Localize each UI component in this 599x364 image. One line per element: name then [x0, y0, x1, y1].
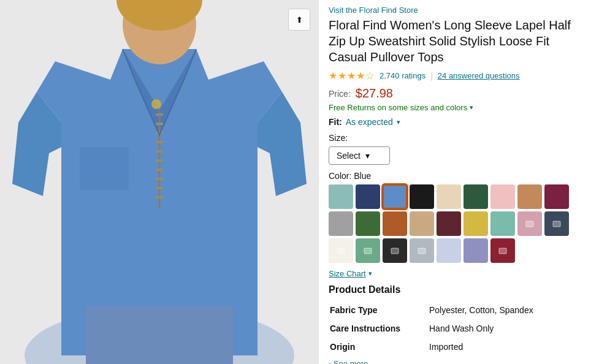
- svg-rect-23: [418, 248, 425, 254]
- svg-rect-13: [80, 147, 129, 190]
- details-table: Fabric Type Polyester, Cotton, Spandex C…: [329, 300, 589, 357]
- share-button[interactable]: ⬆: [288, 9, 310, 31]
- fit-chevron-icon: ▾: [397, 118, 400, 126]
- color-swatch[interactable]: [464, 238, 488, 263]
- see-more-link[interactable]: › See more: [329, 359, 589, 364]
- size-section: Size: Select ▾: [329, 133, 589, 165]
- color-swatches-container: [329, 184, 574, 263]
- size-select-button[interactable]: Select ▾: [329, 146, 390, 165]
- care-label: Care Instructions: [330, 320, 428, 337]
- color-label: Color: Blue: [329, 171, 589, 181]
- svg-rect-21: [364, 248, 372, 254]
- svg-rect-22: [391, 248, 399, 254]
- returns-row: Free Returns on some sizes and colors ▾: [329, 103, 589, 112]
- svg-rect-10: [156, 178, 163, 180]
- share-icon: ⬆: [296, 15, 303, 25]
- svg-rect-9: [156, 169, 163, 171]
- color-swatch[interactable]: [490, 211, 515, 236]
- svg-rect-4: [156, 123, 163, 125]
- color-swatch[interactable]: [490, 184, 515, 209]
- color-swatch[interactable]: [356, 184, 380, 209]
- table-row: Fabric Type Polyester, Cotton, Spandex: [330, 301, 588, 319]
- answered-questions-link[interactable]: 24 answered questions: [438, 71, 520, 80]
- color-swatch[interactable]: [410, 238, 434, 263]
- table-row: Origin Imported: [330, 338, 588, 355]
- svg-rect-12: [156, 196, 163, 199]
- color-swatch[interactable]: [329, 238, 353, 263]
- color-swatch[interactable]: [383, 211, 407, 236]
- size-chart-link[interactable]: Size Chart: [329, 269, 366, 278]
- care-value: Hand Wash Only: [429, 320, 588, 337]
- product-title: Floral Find Women's Long Sleeve Lapel Ha…: [329, 17, 589, 65]
- svg-rect-17: [86, 306, 233, 364]
- svg-rect-6: [156, 141, 163, 143]
- svg-rect-24: [499, 248, 506, 254]
- size-select-chevron-icon: ▾: [365, 151, 370, 161]
- size-select-label: Select: [337, 151, 361, 161]
- svg-point-16: [151, 99, 161, 109]
- svg-rect-8: [156, 159, 163, 162]
- color-swatch[interactable]: [517, 184, 542, 209]
- size-label: Size:: [329, 133, 589, 143]
- ratings-row: ★★★★☆ 2,740 ratings | 24 answered questi…: [329, 70, 589, 82]
- color-swatch[interactable]: [464, 184, 488, 209]
- size-chart-row: Size Chart ▾: [329, 269, 589, 278]
- fit-label: Fit:: [329, 117, 342, 127]
- color-section: Color: Blue: [329, 171, 589, 263]
- color-swatch[interactable]: [437, 238, 461, 263]
- svg-rect-11: [156, 187, 163, 189]
- product-image: [0, 0, 319, 364]
- origin-value: Imported: [429, 338, 588, 355]
- svg-rect-20: [337, 248, 345, 254]
- origin-label: Origin: [330, 338, 428, 355]
- color-swatch[interactable]: [437, 211, 461, 236]
- color-selected-name: Blue: [354, 171, 371, 181]
- ratings-link[interactable]: 2,740 ratings: [380, 71, 425, 80]
- svg-rect-3: [156, 113, 163, 116]
- fit-row: Fit: As expected ▾: [329, 117, 589, 127]
- divider: |: [430, 71, 433, 81]
- color-swatch[interactable]: [437, 184, 461, 209]
- fabric-type-value: Polyester, Cotton, Spandex: [429, 301, 588, 319]
- color-swatch[interactable]: [544, 211, 569, 236]
- color-swatch[interactable]: [383, 238, 407, 263]
- product-details-section: Product Details Fabric Type Polyester, C…: [329, 284, 589, 364]
- returns-text: Free Returns on some sizes and colors: [329, 103, 467, 112]
- details-panel: Visit the Floral Find Store Floral Find …: [319, 0, 599, 364]
- svg-rect-7: [156, 150, 163, 153]
- star-rating: ★★★★☆: [329, 70, 375, 82]
- color-swatch[interactable]: [410, 211, 434, 236]
- product-details-title: Product Details: [329, 284, 589, 295]
- color-swatch[interactable]: [410, 184, 434, 209]
- color-swatch[interactable]: [356, 238, 380, 263]
- color-swatch[interactable]: [356, 211, 380, 236]
- svg-rect-18: [526, 221, 533, 227]
- color-swatch[interactable]: [490, 238, 515, 263]
- fabric-type-label: Fabric Type: [330, 301, 428, 319]
- size-chart-chevron-icon: ▾: [368, 270, 372, 278]
- table-row: Care Instructions Hand Wash Only: [330, 320, 588, 337]
- color-swatch[interactable]: [517, 211, 542, 236]
- color-swatch[interactable]: [383, 184, 407, 209]
- returns-chevron-icon: ▾: [470, 104, 473, 112]
- svg-rect-19: [553, 221, 560, 227]
- price-row: Price: $27.98: [329, 86, 589, 100]
- color-swatch[interactable]: [329, 211, 353, 236]
- price-value: $27.98: [356, 86, 393, 100]
- image-panel: ⬆: [0, 0, 319, 364]
- visit-store-link[interactable]: Visit the Floral Find Store: [329, 6, 418, 15]
- color-swatch[interactable]: [329, 184, 353, 209]
- price-label: Price:: [329, 89, 351, 99]
- color-swatch[interactable]: [544, 184, 569, 209]
- color-swatch[interactable]: [464, 211, 488, 236]
- fit-value[interactable]: As expected: [346, 117, 393, 127]
